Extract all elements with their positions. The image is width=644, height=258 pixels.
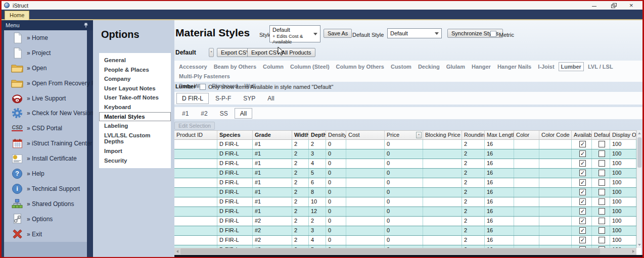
table-row[interactable]: D FIR-L#22300216✓100 bbox=[174, 226, 636, 236]
cell-display-order[interactable]: 100 bbox=[610, 197, 636, 207]
cell-density[interactable]: 0 bbox=[326, 188, 346, 197]
cell-depth[interactable]: 4 bbox=[309, 159, 326, 168]
scroll-down-icon[interactable] bbox=[638, 244, 641, 246]
tab-all[interactable]: All bbox=[262, 93, 280, 104]
cell-depth[interactable]: 4 bbox=[309, 236, 326, 245]
cell-rounding[interactable]: 2 bbox=[462, 207, 485, 216]
cell-price[interactable]: 0 bbox=[385, 149, 423, 159]
cell-available[interactable]: ✓ bbox=[572, 169, 592, 178]
cell-max-length[interactable]: 16 bbox=[485, 236, 514, 245]
cell-cost[interactable] bbox=[346, 226, 385, 235]
cell-species[interactable]: D FIR-L bbox=[217, 169, 253, 178]
cell-display-order[interactable]: 100 bbox=[610, 236, 636, 245]
table-row[interactable]: D FIR-L#12600216✓100 bbox=[174, 178, 636, 188]
available-checkbox[interactable]: ✓ bbox=[579, 208, 586, 215]
cell-default[interactable] bbox=[592, 178, 610, 187]
tab-s-p-f[interactable]: S-P-F bbox=[210, 93, 237, 104]
options-item-security[interactable]: Security bbox=[99, 156, 171, 166]
only-show-available-checkbox[interactable] bbox=[200, 84, 206, 90]
tab-hanger[interactable]: Hanger bbox=[469, 62, 493, 71]
cell-color-code[interactable] bbox=[539, 226, 572, 235]
horizontal-scroll-thumb[interactable] bbox=[180, 248, 600, 254]
cell-color[interactable] bbox=[514, 169, 539, 178]
cell-display-order[interactable]: 100 bbox=[610, 226, 636, 235]
cell-price[interactable]: 0 bbox=[385, 226, 423, 235]
cell-species[interactable]: D FIR-L bbox=[217, 226, 253, 235]
tab-accessory[interactable]: Accessory bbox=[176, 62, 210, 71]
cell-cost[interactable] bbox=[346, 178, 385, 187]
cell-price[interactable]: 0 bbox=[385, 169, 423, 178]
cell-grade[interactable]: #2 bbox=[253, 217, 292, 226]
cell-grade[interactable]: #1 bbox=[253, 159, 292, 168]
options-item-import[interactable]: Import bbox=[99, 146, 171, 156]
cell-available[interactable]: ✓ bbox=[572, 197, 592, 207]
tab-custom[interactable]: Custom bbox=[388, 62, 414, 71]
cell-rounding[interactable]: 2 bbox=[462, 169, 485, 178]
cell-color[interactable] bbox=[514, 159, 539, 168]
cell-width[interactable]: 2 bbox=[292, 140, 309, 149]
cell-color[interactable] bbox=[514, 217, 539, 226]
close-icon[interactable]: × bbox=[629, 3, 636, 9]
cell-depth[interactable]: 5 bbox=[309, 169, 326, 178]
cell-max-length[interactable]: 16 bbox=[485, 149, 514, 159]
cell-width[interactable]: 2 bbox=[292, 236, 309, 245]
cell-product-id[interactable] bbox=[174, 159, 217, 168]
cell-product-id[interactable] bbox=[174, 226, 217, 235]
cell-width[interactable]: 2 bbox=[292, 188, 309, 197]
cell-price[interactable]: 0 bbox=[385, 197, 423, 207]
export-csv-all-products-button[interactable]: Export CSV All Products bbox=[247, 48, 315, 57]
cell-color[interactable] bbox=[514, 207, 539, 216]
cell-grade[interactable]: #1 bbox=[253, 169, 292, 178]
cell-available[interactable]: ✓ bbox=[572, 226, 592, 235]
available-checkbox[interactable]: ✓ bbox=[579, 189, 586, 195]
available-checkbox[interactable]: ✓ bbox=[579, 170, 586, 176]
cell-species[interactable]: D FIR-L bbox=[217, 159, 253, 168]
tab-glulam[interactable]: Glulam bbox=[444, 62, 468, 71]
cell-depth[interactable]: 12 bbox=[309, 207, 326, 216]
table-row[interactable]: D FIR-L#22400216✓100 bbox=[174, 236, 636, 245]
cell-color-code[interactable] bbox=[539, 149, 572, 159]
cell-cost[interactable] bbox=[346, 207, 385, 216]
cell-rounding[interactable]: 2 bbox=[462, 197, 485, 207]
cell-blocking-price[interactable] bbox=[423, 169, 462, 178]
cell-depth[interactable]: 6 bbox=[309, 178, 326, 187]
default-checkbox[interactable] bbox=[599, 237, 605, 243]
cell-width[interactable]: 2 bbox=[292, 226, 309, 235]
cell-cost[interactable] bbox=[346, 236, 385, 245]
pin-icon[interactable] bbox=[83, 22, 89, 28]
cell-max-length[interactable]: 16 bbox=[485, 140, 514, 149]
save-as-button[interactable]: Save As bbox=[324, 29, 352, 38]
cell-product-id[interactable] bbox=[174, 236, 217, 245]
available-checkbox[interactable]: ✓ bbox=[579, 150, 586, 157]
sidebar-item-open[interactable]: » Open bbox=[4, 61, 87, 76]
cell-color[interactable] bbox=[514, 236, 539, 245]
cell-default[interactable] bbox=[592, 159, 610, 168]
cell-price[interactable]: 0 bbox=[385, 236, 423, 245]
tab-1[interactable]: #1 bbox=[176, 108, 194, 119]
cell-display-order[interactable]: 100 bbox=[610, 149, 636, 159]
sidebar-item-open-from-recovery-files[interactable]: » Open From Recovery Files bbox=[4, 76, 87, 91]
cell-available[interactable]: ✓ bbox=[572, 207, 592, 216]
options-item-general[interactable]: General bbox=[99, 56, 171, 65]
cell-product-id[interactable] bbox=[174, 169, 217, 178]
cell-price[interactable]: 0 bbox=[385, 188, 423, 197]
sidebar-item-home[interactable]: » Home bbox=[4, 30, 87, 45]
tab-ss[interactable]: SS bbox=[214, 108, 234, 119]
cell-color-code[interactable] bbox=[539, 140, 572, 149]
sidebar-item-exit[interactable]: » Exit bbox=[4, 227, 87, 242]
cell-available[interactable]: ✓ bbox=[572, 178, 592, 187]
cell-depth[interactable]: 2 bbox=[309, 217, 326, 226]
available-checkbox[interactable]: ✓ bbox=[579, 141, 586, 147]
cell-blocking-price[interactable] bbox=[423, 149, 462, 159]
cell-cost[interactable] bbox=[346, 197, 385, 207]
cell-blocking-price[interactable] bbox=[423, 140, 462, 149]
cell-width[interactable]: 2 bbox=[292, 178, 309, 187]
default-style-dropdown[interactable]: Default bbox=[387, 28, 442, 38]
sidebar-item-install-certificate[interactable]: » Install Certificate bbox=[4, 151, 87, 166]
cell-species[interactable]: D FIR-L bbox=[217, 178, 253, 187]
options-item-people-places[interactable]: People & Places bbox=[99, 65, 171, 75]
cell-color-code[interactable] bbox=[539, 159, 572, 168]
cell-width[interactable]: 2 bbox=[292, 197, 309, 207]
cell-species[interactable]: D FIR-L bbox=[217, 149, 253, 159]
cell-default[interactable] bbox=[592, 236, 610, 245]
